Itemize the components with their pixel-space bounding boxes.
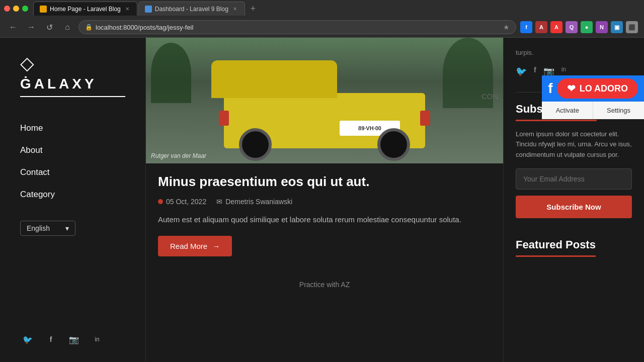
browser-extension-icons: f A A Q ● N ▣ ⬛ — [520, 21, 638, 33]
extension-icon-4[interactable]: Q — [566, 21, 578, 33]
lo-adoro-button[interactable]: ❤ LO ADORO — [557, 78, 638, 99]
tab-home-page[interactable]: Home Page - Laravel Blog ✕ — [33, 2, 137, 16]
sidebar-item-contact[interactable]: Contact — [20, 161, 125, 184]
extension-icon-5[interactable]: ● — [581, 21, 593, 33]
extension-icon-2[interactable]: A — [535, 21, 547, 33]
sidebar-item-home[interactable]: Home — [20, 117, 125, 139]
heart-icon: ❤ — [567, 82, 576, 95]
sidebar-item-category[interactable]: Category — [20, 184, 125, 206]
facebook-logo: f — [548, 80, 552, 97]
date-text: 05 Oct, 2022 — [166, 198, 206, 206]
home-button[interactable]: ⌂ — [60, 20, 74, 34]
post-meta: 05 Oct, 2022 ✉ Demetris Swaniawski — [158, 198, 491, 206]
browser-tabs: Home Page - Laravel Blog ✕ Dashboard - L… — [0, 0, 644, 18]
settings-button[interactable]: Settings — [593, 102, 644, 119]
featured-posts-title: Featured Posts — [516, 238, 596, 257]
read-more-button[interactable]: Read More → — [158, 236, 232, 256]
email-input[interactable] — [516, 168, 632, 190]
instagram-icon[interactable]: 📷 — [66, 332, 82, 347]
extension-bar: f ❤ LO ADORO — [542, 75, 644, 102]
right-top-text: turpis. — [516, 48, 632, 58]
tab-close-button[interactable]: ✕ — [124, 6, 131, 13]
logo-text: ĠALAXY — [20, 76, 125, 97]
tab-close-button[interactable]: ✕ — [231, 6, 238, 13]
tab-favicon — [145, 6, 152, 13]
post-title: Minus praesentium eos qui ut aut. — [158, 173, 491, 191]
extension-icon-7[interactable]: ▣ — [611, 21, 623, 33]
close-traffic-light[interactable] — [4, 6, 10, 12]
linkedin-icon[interactable]: in — [90, 332, 105, 347]
arrow-icon: → — [212, 242, 220, 250]
logo-diamond-icon: ◇ — [20, 53, 125, 74]
sidebar: ◇ ĠALAXY Home About Contact Category Eng… — [0, 38, 146, 362]
post-date: 05 Oct, 2022 — [158, 198, 206, 206]
subscribe-button[interactable]: Subscribe Now — [516, 196, 632, 218]
twitter-icon[interactable]: 🐦 — [20, 332, 35, 347]
extension-icon-3[interactable]: A — [550, 21, 562, 33]
date-dot-icon — [158, 199, 163, 204]
reload-button[interactable]: ↺ — [42, 20, 56, 34]
extension-menu: Activate Settings — [542, 102, 644, 119]
main-content: 89·VH·00 Rutger van der Maar Minus praes… — [146, 38, 503, 362]
chevron-down-icon: ▾ — [65, 224, 69, 232]
sidebar-item-about[interactable]: About — [20, 139, 125, 161]
extension-icon-6[interactable]: N — [596, 21, 608, 33]
post-content: Minus praesentium eos qui ut aut. 05 Oct… — [146, 163, 503, 272]
sidebar-nav: Home About Contact Category — [20, 117, 125, 206]
tab-label: Home Page - Laravel Blog — [50, 6, 121, 13]
address-bar[interactable]: 🔒 localhost:8000/posts/tag/jessy-feil ★ — [78, 20, 516, 34]
activate-button[interactable]: Activate — [542, 102, 593, 119]
subscribe-description: Lorem ipsum dolor sit coectetur elit. Ti… — [516, 129, 632, 160]
extension-icon-8[interactable]: ⬛ — [626, 21, 638, 33]
facebook-icon[interactable]: f — [534, 66, 536, 77]
author-name: Demetris Swaniawski — [225, 198, 292, 206]
url-text: localhost:8000/posts/tag/jessy-feil — [96, 24, 193, 31]
traffic-lights — [4, 6, 28, 12]
page-layout: ◇ ĠALAXY Home About Contact Category Eng… — [0, 38, 644, 362]
minimize-traffic-light[interactable] — [13, 6, 19, 12]
facebook-icon[interactable]: f — [43, 332, 58, 347]
author-icon: ✉ — [216, 198, 222, 206]
extension-overlay: f ❤ LO ADORO Activate Settings — [542, 75, 644, 119]
read-more-label: Read More — [170, 242, 207, 250]
new-tab-button[interactable]: + — [246, 2, 260, 16]
post-image: 89·VH·00 Rutger van der Maar — [146, 38, 503, 163]
post-author: ✉ Demetris Swaniawski — [216, 198, 292, 206]
tab-label: Dashboard - Laravel 9 Blog — [155, 6, 228, 13]
language-selector[interactable]: English ▾ — [20, 221, 75, 236]
forward-button[interactable]: → — [24, 20, 38, 34]
logo-area: ◇ ĠALAXY — [20, 53, 125, 97]
post-excerpt: Autem est et aliquam quod similique et l… — [158, 214, 491, 226]
lo-adoro-label: LO ADORO — [580, 83, 628, 94]
language-label: English — [27, 224, 50, 232]
browser-chrome: Home Page - Laravel Blog ✕ Dashboard - L… — [0, 0, 644, 38]
back-button[interactable]: ← — [6, 20, 20, 34]
tab-favicon — [40, 6, 47, 13]
facebook-extension-icon[interactable]: f — [520, 21, 532, 33]
twitter-icon[interactable]: 🐦 — [516, 66, 527, 77]
partial-con-text: CON — [481, 92, 498, 101]
sidebar-social-icons: 🐦 f 📷 in — [20, 332, 125, 347]
maximize-traffic-light[interactable] — [22, 6, 28, 12]
browser-nav-bar: ← → ↺ ⌂ 🔒 localhost:8000/posts/tag/jessy… — [0, 18, 644, 37]
footer-label: Practice with AZ — [296, 278, 353, 292]
image-caption: Rutger van der Maar — [151, 152, 206, 159]
tab-dashboard[interactable]: Dashboard - Laravel 9 Blog ✕ — [138, 2, 245, 16]
